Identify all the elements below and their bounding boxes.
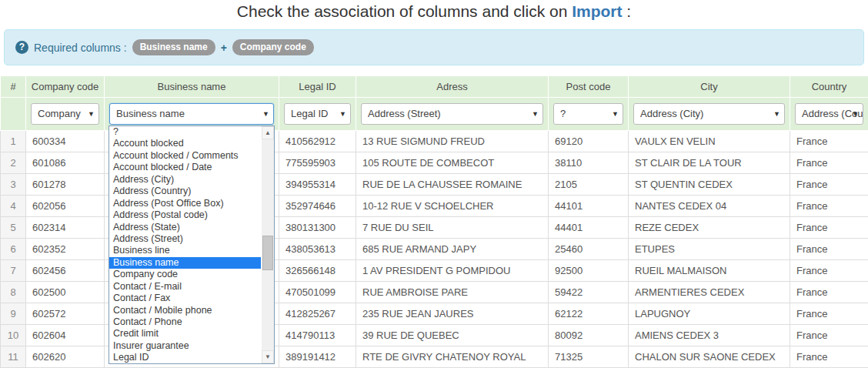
cell-company-code: 602604 (26, 325, 105, 346)
cell-city: ST CLAIR DE LA TOUR (629, 152, 790, 174)
cell-legal-id: 326566148 (279, 260, 356, 282)
cell-legal-id: 410562912 (279, 131, 356, 152)
chevron-down-icon: ▼ (262, 104, 269, 125)
cell-legal-id: 389191412 (279, 346, 356, 368)
dropdown-option[interactable]: Contact / E-mail (109, 281, 261, 293)
dropdown-option[interactable]: Credit limit (109, 328, 261, 340)
select-value: Address (City) (640, 108, 703, 119)
dropdown-option[interactable]: Address (Country) (109, 186, 261, 197)
cell-num: 10 (1, 325, 26, 346)
cell-legal-id: 470501099 (279, 282, 356, 303)
dropdown-option[interactable]: Company code (109, 269, 261, 280)
cell-country: France (790, 239, 868, 260)
select-cell: Company▼ (26, 98, 105, 131)
cell-post-code: 38110 (549, 152, 629, 174)
cell-city: AMIENS CEDEX 3 (629, 325, 790, 346)
select-cell: Address (Country)▼ (790, 98, 868, 131)
select-cell: ?▼ (549, 98, 629, 131)
dropdown-option[interactable]: Account blocked / Comments (109, 150, 261, 162)
dropdown-option[interactable]: Address (State) (109, 222, 261, 233)
select-value: Company (38, 108, 81, 119)
cell-city: ETUPES (629, 239, 790, 260)
column-mapping-select[interactable]: Business name▼ (109, 103, 274, 125)
cell-country: France (790, 325, 868, 346)
required-columns-label: Required columns : (34, 42, 127, 54)
cell-num: 3 (1, 174, 26, 196)
column-mapping-select[interactable]: Address (Country)▼ (795, 103, 863, 125)
cell-city: NANTES CEDEX 04 (629, 196, 790, 217)
cell-country: France (790, 152, 868, 174)
cell-address: 235 RUE JEAN JAURES (356, 303, 549, 325)
import-link[interactable]: Import (572, 2, 622, 20)
dropdown-option[interactable]: Business name (109, 257, 261, 269)
dropdown-option[interactable]: Address (City) (109, 174, 261, 186)
dropdown-option[interactable]: Business line (109, 245, 261, 256)
chevron-down-icon: ▼ (339, 104, 346, 125)
required-column-badge-business-name: Business name (132, 39, 215, 55)
cell-address: 39 RUE DE QUEBEC (356, 325, 549, 346)
cell-legal-id: 414790113 (279, 325, 356, 346)
cell-address: 105 ROUTE DE COMBECOT (356, 152, 549, 174)
dropdown-option[interactable]: Contact / Mobile phone (109, 305, 261, 316)
column-mapping-select[interactable]: Address (Street)▼ (361, 103, 543, 125)
dropdown-option[interactable]: Account blocked / Date (109, 162, 261, 173)
dropdown-option[interactable]: Address (Post Office Box) (109, 198, 261, 209)
required-columns-banner: ? Required columns : Business name + Com… (4, 29, 864, 65)
dropdown-option[interactable]: Address (Street) (109, 233, 261, 245)
cell-num: 7 (1, 260, 26, 282)
question-mark-icon: ? (15, 41, 28, 54)
cell-post-code: 92500 (549, 260, 629, 282)
select-cell: Address (City)▼ (629, 98, 790, 131)
scroll-up-icon[interactable]: ▲ (262, 126, 274, 139)
cell-city: REZE CEDEX (629, 217, 790, 239)
cell-company-code: 602456 (26, 260, 105, 282)
chevron-down-icon: ▼ (852, 104, 859, 125)
column-header: Legal ID (279, 76, 356, 98)
cell-num: 4 (1, 196, 26, 217)
scroll-down-icon[interactable]: ▼ (262, 350, 274, 363)
cell-country: France (790, 303, 868, 325)
column-mapping-select[interactable]: ?▼ (553, 103, 623, 125)
business-name-dropdown: ?Account blockedAccount blocked / Commen… (108, 125, 275, 364)
dropdown-option[interactable]: Address (Postal code) (109, 209, 261, 221)
dropdown-option[interactable]: Legal ID (109, 352, 261, 363)
cell-legal-id: 775595903 (279, 152, 356, 174)
page-title: Check the association of columns and cli… (0, 0, 868, 23)
cell-post-code: 25460 (549, 239, 629, 260)
cell-post-code: 59422 (549, 282, 629, 303)
column-mapping-select[interactable]: Company▼ (31, 103, 99, 125)
dropdown-scrollbar[interactable]: ▲ ▼ (262, 126, 274, 363)
cell-company-code: 600334 (26, 131, 105, 152)
chevron-down-icon: ▼ (773, 104, 780, 125)
cell-country: France (790, 131, 868, 152)
title-prefix: Check the association of columns and cli… (237, 2, 572, 20)
cell-company-code: 601086 (26, 152, 105, 174)
column-mapping-select[interactable]: Address (City)▼ (633, 103, 785, 125)
cell-post-code: 71325 (549, 346, 629, 368)
cell-city: CHALON SUR SAONE CEDEX (629, 346, 790, 368)
cell-address: 7 RUE DU SEIL (356, 217, 549, 239)
cell-country: France (790, 174, 868, 196)
badge-separator: + (221, 42, 227, 54)
select-value: Legal ID (291, 108, 328, 119)
cell-num: 9 (1, 303, 26, 325)
select-cell: Address (Street)▼ (356, 98, 549, 131)
chevron-down-icon: ▼ (532, 104, 539, 125)
column-header: Business name (105, 76, 279, 98)
cell-company-code: 601278 (26, 174, 105, 196)
cell-post-code: 44401 (549, 217, 629, 239)
dropdown-option[interactable]: Contact / Phone (109, 316, 261, 328)
column-mapping-select[interactable]: Legal ID▼ (284, 103, 351, 125)
dropdown-option[interactable]: Contact / Fax (109, 293, 261, 304)
dropdown-option[interactable]: ? (109, 126, 261, 138)
cell-city: RUEIL MALMAISON (629, 260, 790, 282)
cell-address: RTE DE GIVRY CHATENOY ROYAL (356, 346, 549, 368)
dropdown-option[interactable]: Account blocked (109, 138, 261, 149)
column-header: Adress (356, 76, 549, 98)
cell-legal-id: 438053613 (279, 239, 356, 260)
cell-post-code: 69120 (549, 131, 629, 152)
cell-legal-id: 380131300 (279, 217, 356, 239)
dropdown-option[interactable]: Insurer guarantee (109, 340, 261, 352)
scrollbar-thumb[interactable] (262, 236, 273, 270)
column-header: # (1, 76, 26, 98)
